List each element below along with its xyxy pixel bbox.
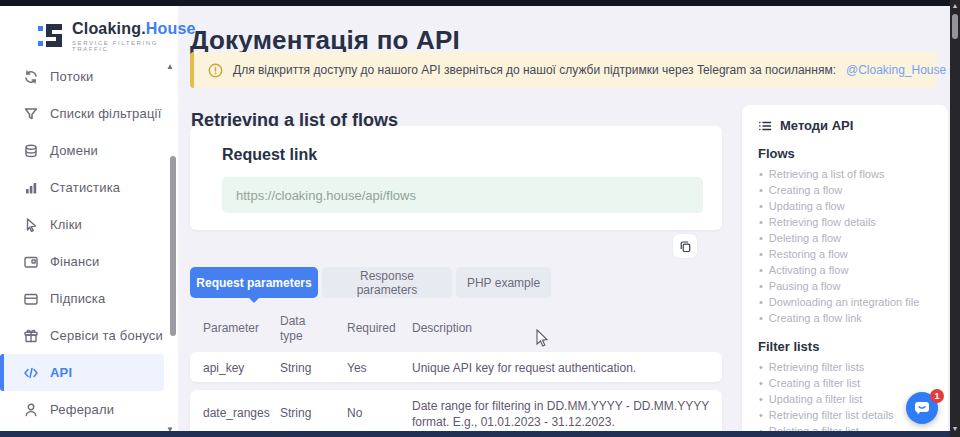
sidebar-item-label: Статистика xyxy=(50,180,120,195)
list-icon xyxy=(758,119,772,133)
scroll-up-arrow[interactable]: ▲ xyxy=(950,2,960,9)
col-header-data-type: Data type xyxy=(280,314,322,344)
sidebar-item-label: Реферали xyxy=(50,402,114,417)
banner-text: Для відкриття доступу до нашого API звер… xyxy=(233,63,836,77)
api-methods-panel: Методи API Flows Retrieving a list of fl… xyxy=(742,105,948,437)
sidebar-item-label: Підписка xyxy=(50,291,105,306)
request-link-card: Request link https://cloaking.house/api/… xyxy=(190,126,722,230)
sidebar-item-api[interactable]: API xyxy=(0,354,164,391)
telegram-link[interactable]: @Cloaking_House xyxy=(846,63,946,77)
brand-name: Cloaking.House xyxy=(72,20,196,37)
sidebar-item-label: API xyxy=(50,365,72,380)
col-header-parameter: Parameter xyxy=(203,321,259,335)
methods-panel-title: Методи API xyxy=(780,118,853,133)
request-url: https://cloaking.house/api/flows xyxy=(236,188,416,203)
sidebar-item-domains[interactable]: Домени xyxy=(0,132,164,169)
tab-response-parameters[interactable]: Response parameters xyxy=(322,267,452,298)
scroll-down-arrow[interactable]: ▼ xyxy=(950,425,960,432)
sidebar-scrollbar-thumb[interactable] xyxy=(170,156,176,336)
methods-link[interactable]: Creating a flow link xyxy=(758,310,932,326)
methods-group-title: Flows xyxy=(758,146,932,161)
bar-chart-icon xyxy=(22,179,39,196)
wallet-icon xyxy=(22,290,39,307)
page-scrollbar-thumb[interactable] xyxy=(952,14,958,39)
sidebar-scroll-up-arrow[interactable]: ▲ xyxy=(166,62,174,71)
methods-link[interactable]: Creating a filter list xyxy=(758,375,932,391)
request-url-field[interactable]: https://cloaking.house/api/flows xyxy=(222,177,703,213)
sidebar-item-flows[interactable]: Потоки xyxy=(0,58,164,95)
mouse-cursor xyxy=(536,329,550,349)
api-docs-page: Cloaking.House SERVICE FILTERING TRAFFIC… xyxy=(0,0,960,437)
funnel-icon xyxy=(22,105,39,122)
request-link-title: Request link xyxy=(222,146,317,164)
cell-required: Yes xyxy=(347,361,367,375)
methods-link[interactable]: Creating a flow xyxy=(758,182,932,198)
cell-data-type: String xyxy=(280,361,311,375)
cell-description: Unique API key for request authenticatio… xyxy=(412,361,712,377)
sidebar-item-statistics[interactable]: Статистика xyxy=(0,169,164,206)
methods-link[interactable]: Activating a flow xyxy=(758,262,932,278)
col-header-required: Required xyxy=(347,321,396,335)
cell-description: Date range for filtering in DD.MM.YYYY -… xyxy=(412,399,712,430)
methods-link[interactable]: Retrieving flow details xyxy=(758,214,932,230)
sidebar-item-label: Кліки xyxy=(50,217,82,232)
code-icon xyxy=(22,364,39,381)
logo[interactable]: Cloaking.House SERVICE FILTERING TRAFFIC xyxy=(38,20,196,52)
api-access-banner: Для відкриття доступу до нашого API звер… xyxy=(190,52,937,88)
cell-parameter: api_key xyxy=(203,361,244,375)
copy-button[interactable] xyxy=(673,234,697,258)
sidebar-item-subscription[interactable]: Підписка xyxy=(0,280,164,317)
methods-link[interactable]: Retrieving filter lists xyxy=(758,359,932,375)
sidebar-item-label: Потоки xyxy=(50,69,93,84)
col-header-description: Description xyxy=(412,321,472,335)
table-header-row: Parameter Data type Required Description xyxy=(190,310,722,346)
page-scrollbar[interactable] xyxy=(950,0,960,437)
methods-link[interactable]: Deleting a flow xyxy=(758,230,932,246)
methods-link[interactable]: Pausing a flow xyxy=(758,278,932,294)
cell-data-type: String xyxy=(280,406,311,420)
sidebar-item-finance[interactable]: Фінанси xyxy=(0,243,164,280)
methods-link[interactable]: Restoring a flow xyxy=(758,246,932,262)
credit-card-icon xyxy=(22,253,39,270)
user-icon xyxy=(22,401,39,418)
info-icon xyxy=(208,63,223,78)
sidebar-item-label: Списки фільтрації xyxy=(50,106,161,121)
database-icon xyxy=(22,142,39,159)
cell-parameter: date_ranges xyxy=(203,406,270,420)
cell-required: No xyxy=(347,406,362,420)
cursor-icon xyxy=(22,216,39,233)
sync-icon xyxy=(22,68,39,85)
sidebar-item-services-bonuses[interactable]: Сервіси та бонуси xyxy=(0,317,164,354)
sidebar-item-label: Сервіси та бонуси xyxy=(50,328,163,343)
methods-panel-header: Методи API xyxy=(758,118,932,133)
sidebar-item-clicks[interactable]: Кліки xyxy=(0,206,164,243)
brand-tagline: SERVICE FILTERING TRAFFIC xyxy=(72,40,196,52)
active-tab-caret xyxy=(248,297,260,303)
sidebar: Cloaking.House SERVICE FILTERING TRAFFIC… xyxy=(0,6,178,437)
window-bottom-edge xyxy=(0,431,950,437)
chat-bubble-icon xyxy=(913,399,931,417)
methods-group-title: Filter lists xyxy=(758,339,932,354)
tab-php-example[interactable]: PHP example xyxy=(456,267,551,298)
table-row: api_key String Yes Unique API key for re… xyxy=(190,352,722,382)
gift-icon xyxy=(22,327,39,344)
sidebar-item-label: Домени xyxy=(50,143,98,158)
table-row: date_ranges String No Date range for fil… xyxy=(190,390,722,437)
methods-link[interactable]: Updating a flow xyxy=(758,198,932,214)
sidebar-item-filter-lists[interactable]: Списки фільтрації xyxy=(0,95,164,132)
methods-link[interactable]: Downloading an integration file xyxy=(758,294,932,310)
methods-link[interactable]: Retrieving a list of flows xyxy=(758,166,932,182)
logo-mark-icon xyxy=(38,23,64,49)
tab-request-parameters[interactable]: Request parameters xyxy=(190,267,318,298)
sidebar-item-referrals[interactable]: Реферали xyxy=(0,391,164,428)
chat-notification-badge: 1 xyxy=(930,389,944,403)
sidebar-item-label: Фінанси xyxy=(50,254,100,269)
